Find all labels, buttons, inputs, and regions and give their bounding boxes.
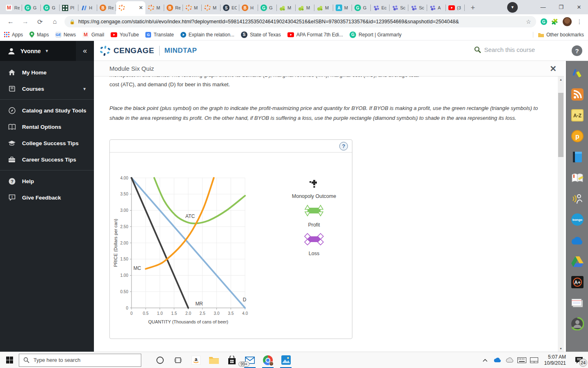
touchpad-tray-icon[interactable] [528, 352, 540, 368]
taskbar-mail-icon[interactable]: 99+ [241, 352, 259, 368]
readspeaker-icon[interactable] [570, 192, 584, 206]
sidebar-item-courses[interactable]: Courses▼ [0, 81, 94, 97]
sidebar-item-my-home[interactable]: My Home [0, 64, 94, 81]
scroll-down-icon[interactable]: ▼ [558, 346, 564, 352]
other-bookmarks[interactable]: Other bookmarks [533, 32, 584, 38]
profile-progress-icon[interactable] [570, 317, 584, 331]
sidebar-item-give-feedback[interactable]: !Give Feedback [0, 189, 94, 206]
grammarly-extension-icon[interactable]: G [541, 18, 547, 25]
legend-symbol-loss[interactable] [302, 232, 326, 248]
taskbar-search-box[interactable]: Type here to search [19, 354, 141, 367]
minimize-button[interactable]: — [534, 0, 552, 14]
course-search[interactable]: Search this course [474, 46, 535, 53]
quiz-close-icon[interactable]: ✕ [550, 64, 557, 74]
taskbar-taskview-icon[interactable] [169, 352, 187, 368]
start-button[interactable] [0, 352, 19, 368]
highlighter-icon[interactable] [570, 67, 584, 81]
browser-tab[interactable]: Ec [371, 1, 390, 14]
sidebar-user-row[interactable]: Yvonne ▼ « [0, 41, 94, 61]
back-icon[interactable]: ← [5, 16, 16, 27]
browser-tab[interactable]: M [314, 1, 333, 14]
bookmark-item[interactable]: GReport | Grammarly [350, 31, 401, 38]
browser-profile-avatar[interactable] [563, 17, 572, 26]
taskbar-clock[interactable]: 5:07 AM 10/9/2021 [544, 354, 566, 366]
scrollbar-thumb[interactable] [558, 93, 564, 157]
bookmark-item[interactable]: YouTube [111, 32, 139, 38]
browser-tab[interactable]: Sc [390, 1, 408, 14]
bookmark-star-icon[interactable]: ☆ [526, 18, 531, 25]
browser-tab[interactable]: M [202, 1, 220, 14]
taskbar-folder-icon[interactable] [205, 352, 223, 368]
aplus-icon[interactable]: A+ [570, 275, 584, 289]
browser-tab[interactable]: (3 [446, 1, 465, 14]
tray-chevron-up-icon[interactable] [479, 352, 491, 368]
taskbar-cortana-icon[interactable] [151, 352, 169, 368]
media-control-icon[interactable]: ▾ [507, 2, 518, 13]
taskbar-chrome-icon[interactable] [259, 352, 277, 368]
legend-symbol-profit[interactable] [302, 203, 326, 220]
onedrive-tray-icon[interactable] [491, 352, 503, 368]
browser-tab[interactable]: Pl [60, 1, 78, 14]
forward-icon[interactable]: → [20, 16, 31, 27]
sidebar-item-catalog-and-study-tools[interactable]: Catalog and Study Tools [0, 102, 94, 119]
gdrive-icon[interactable] [570, 254, 584, 268]
refresh-icon[interactable]: ⟳ [34, 16, 46, 27]
address-bar[interactable]: 🔒 https://ng.cengage.com/static/nb/ui/ev… [65, 16, 536, 27]
browser-menu-icon[interactable]: ⋮ [577, 18, 582, 25]
browser-tab-active[interactable]: ✕ [116, 1, 145, 14]
browser-tab[interactable]: M [296, 1, 314, 14]
restore-button[interactable]: ❐ [552, 0, 570, 14]
browser-tab[interactable]: BRe [164, 1, 183, 14]
taskbar-amazon-icon[interactable]: a [187, 352, 205, 368]
browser-tab[interactable]: GG [41, 1, 60, 14]
browser-tab[interactable]: A [427, 1, 446, 14]
notification-center-icon[interactable]: 24 [570, 352, 588, 368]
bookmark-item[interactable]: SState of Texas [241, 31, 281, 38]
flashcards-icon[interactable] [570, 296, 584, 310]
bookmark-item[interactable]: MGmail [82, 31, 104, 38]
onedrive-icon[interactable] [570, 233, 584, 247]
extensions-puzzle-icon[interactable]: 🧩 [551, 18, 558, 25]
content-scrollbar[interactable]: ▲ ▼ [558, 76, 564, 352]
browser-tab[interactable]: M [277, 1, 296, 14]
browser-tab[interactable]: Sc [408, 1, 427, 14]
browser-tab[interactable]: MRe [3, 1, 22, 14]
sidebar-item-career-success-tips[interactable]: Career Success Tips [0, 151, 94, 168]
powernotes-icon[interactable]: p [570, 129, 584, 143]
sidebar-item-rental-options[interactable]: Rental Options [0, 119, 94, 135]
browser-tab[interactable]: SEC [220, 1, 239, 14]
legend-symbol-plus[interactable] [309, 179, 319, 191]
bookmark-item[interactable]: GENews [56, 32, 76, 38]
taskbar-store-icon[interactable] [223, 352, 241, 368]
bookmark-item[interactable]: Apps [4, 32, 23, 38]
browser-tab[interactable]: GG [258, 1, 277, 14]
bluebook-icon[interactable] [570, 150, 584, 164]
tab-close-icon[interactable]: ✕ [139, 5, 143, 11]
sidebar-collapse-button[interactable]: « [76, 41, 94, 61]
cloud-tray-icon[interactable] [503, 352, 516, 368]
browser-tab[interactable]: AM [333, 1, 352, 14]
graph-help-icon[interactable]: ? [339, 142, 348, 150]
header-help-icon[interactable]: ? [572, 45, 582, 56]
bookmark-item[interactable]: Maps [29, 31, 49, 38]
bookmark-item[interactable]: APA Format 7th Edi... [287, 32, 343, 38]
close-button[interactable]: ✕ [570, 0, 588, 14]
url-text[interactable]: https://ng.cengage.com/static/nb/ui/evo/… [78, 19, 523, 25]
browser-tab[interactable]: GG [22, 1, 41, 14]
taskbar-photos-icon[interactable] [277, 352, 295, 368]
bongo-icon[interactable]: bongo [570, 213, 584, 227]
browser-tab[interactable]: M [145, 1, 164, 14]
bookmark-item[interactable]: GTranslate [145, 32, 174, 38]
browser-tab[interactable]: BRe [97, 1, 116, 14]
browser-tab[interactable]: BH [239, 1, 258, 14]
rss-icon[interactable] [570, 88, 584, 101]
browser-tab[interactable]: GG [352, 1, 371, 14]
browser-tab[interactable]: M [183, 1, 202, 14]
home-icon[interactable]: ⌂ [49, 16, 60, 27]
touch-keyboard-icon[interactable] [516, 352, 528, 368]
sidebar-item-college-success-tips[interactable]: College Success Tips [0, 135, 94, 151]
sidebar-item-help[interactable]: ?Help [0, 173, 94, 189]
new-tab-button[interactable]: + [467, 2, 479, 13]
atoz-icon[interactable]: A-Z [570, 108, 584, 122]
bookmark-item[interactable]: Explain the relation... [180, 32, 234, 38]
